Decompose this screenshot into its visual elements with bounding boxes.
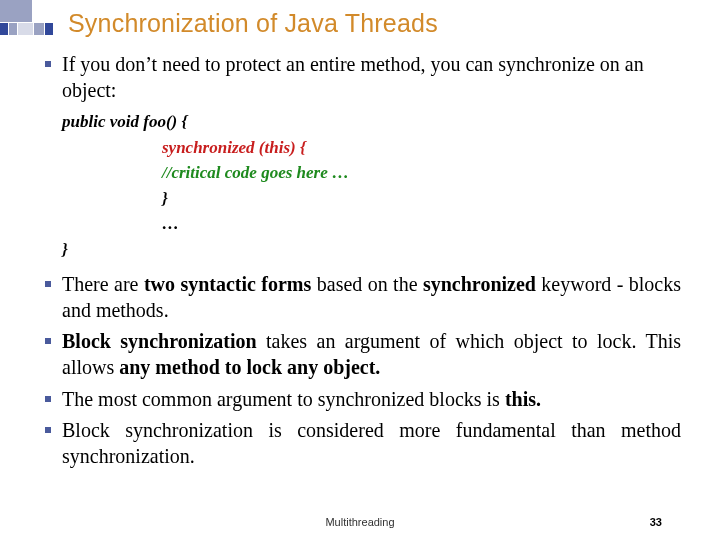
bullet-4-text: The most common argument to synchronized… [62,387,541,413]
slide-body: If you don’t need to protect an entire m… [45,52,681,475]
bullet-4: The most common argument to synchronized… [45,387,681,413]
bullet-3: Block synchronization takes an argument … [45,329,681,380]
bullet-5-text: Block synchronization is considered more… [62,418,681,469]
code-block: public void foo() { synchronized (this) … [62,109,681,262]
bullet-mark [45,61,51,67]
bullet-2-text: There are two syntactic forms based on t… [62,272,681,323]
bullet-5: Block synchronization is considered more… [45,418,681,469]
bullet-mark [45,338,51,344]
bullet-1-text: If you don’t need to protect an entire m… [62,52,681,103]
bullet-1: If you don’t need to protect an entire m… [45,52,681,103]
code-line: public void foo() { [62,109,681,135]
footer-page: 33 [650,516,662,528]
bullet-mark [45,396,51,402]
code-line: … [162,211,681,237]
code-line: synchronized (this) { [162,135,681,161]
bullet-2: There are two syntactic forms based on t… [45,272,681,323]
code-line: //critical code goes here … [162,160,681,186]
decoration-bar [0,0,32,22]
bullet-mark [45,427,51,433]
footer-topic: Multithreading [0,516,720,528]
code-line: } [62,237,681,263]
decoration-row [0,23,53,35]
bullet-3-text: Block synchronization takes an argument … [62,329,681,380]
slide: Synchronization of Java Threads If you d… [0,0,720,540]
bullet-mark [45,281,51,287]
slide-title: Synchronization of Java Threads [68,9,438,38]
code-line: } [162,186,681,212]
